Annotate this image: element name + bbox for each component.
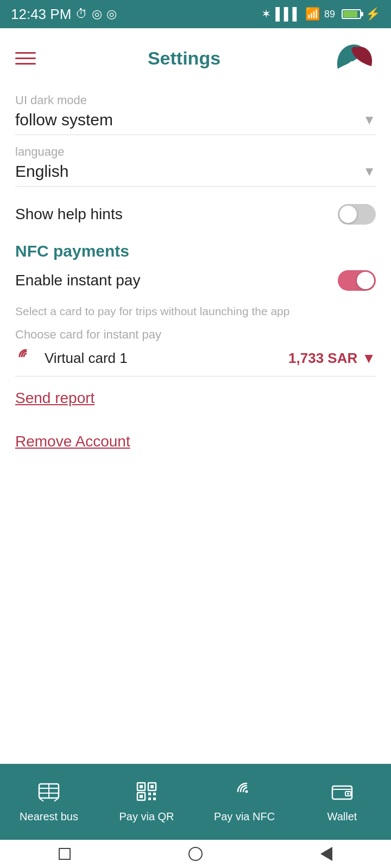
send-report-link[interactable]: Send report xyxy=(15,390,94,406)
language-value: English xyxy=(15,162,68,181)
enable-instant-pay-row: Enable instant pay xyxy=(15,270,376,303)
nav-nearest-bus[interactable]: Nearest bus xyxy=(0,764,98,840)
card-name: Virtual card 1 xyxy=(45,350,128,367)
card-balance: 1,733 SAR ▼ xyxy=(288,350,376,367)
status-bar: 12:43 PM ⏱ ◎ ◎ ✶ ▌▌▌ 📶 89 ⚡ xyxy=(0,0,391,28)
card-balance-chevron: ▼ xyxy=(362,350,376,367)
help-hints-knob xyxy=(339,206,357,223)
dark-mode-value: follow system xyxy=(15,111,113,129)
enable-instant-pay-description: Select a card to pay for trips without l… xyxy=(15,305,376,318)
status-time: 12:43 PM xyxy=(11,6,71,23)
dark-mode-select-row[interactable]: follow system ▼ xyxy=(15,111,376,135)
battery-icon xyxy=(342,9,361,19)
remove-account-link[interactable]: Remove Account xyxy=(15,433,130,450)
app-logo xyxy=(332,39,376,77)
enable-instant-pay-label: Enable instant pay xyxy=(15,272,140,289)
pay-qr-icon xyxy=(135,781,159,806)
svg-rect-18 xyxy=(332,786,352,799)
nfc-card-icon xyxy=(15,347,37,369)
svg-point-17 xyxy=(245,790,248,793)
enable-instant-pay-group: Enable instant pay Select a card to pay … xyxy=(15,270,376,318)
nav-wallet[interactable]: Wallet xyxy=(293,764,391,840)
choose-card-group: Choose card for instant pay Virtual card… xyxy=(15,328,376,376)
enable-instant-pay-knob xyxy=(357,272,374,289)
svg-point-0 xyxy=(349,61,355,67)
svg-point-20 xyxy=(347,793,349,795)
dark-mode-setting: UI dark mode follow system ▼ xyxy=(15,93,376,135)
home-square-button[interactable] xyxy=(59,848,71,860)
back-button[interactable] xyxy=(320,847,332,861)
wallet-icon xyxy=(330,781,354,806)
help-hints-row: Show help hints xyxy=(15,192,376,237)
system-nav xyxy=(0,840,391,868)
dark-mode-label: UI dark mode xyxy=(15,93,376,107)
nfc-payments-heading: NFC payments xyxy=(15,242,376,260)
app-header: Settings xyxy=(0,28,391,88)
nav-pay-nfc[interactable]: Pay via NFC xyxy=(195,764,293,840)
battery-percent: 89 xyxy=(324,9,335,20)
timer-icon: ⏱ xyxy=(75,7,87,21)
radio-icon: ◎ xyxy=(106,7,117,21)
svg-rect-13 xyxy=(148,793,151,795)
svg-rect-8 xyxy=(140,785,143,788)
signal-icon: ▌▌▌ xyxy=(275,7,301,21)
pay-nfc-icon xyxy=(232,781,256,806)
bottom-nav: Nearest bus Pay via QR xyxy=(0,764,391,840)
card-left: Virtual card 1 xyxy=(15,347,128,369)
nav-pay-qr[interactable]: Pay via QR xyxy=(98,764,195,840)
choose-card-label: Choose card for instant pay xyxy=(15,328,376,342)
help-hints-label: Show help hints xyxy=(15,206,123,223)
wallet-label: Wallet xyxy=(327,810,357,823)
pay-qr-label: Pay via QR xyxy=(119,810,174,823)
charging-icon: ⚡ xyxy=(365,7,380,21)
card-selector-row[interactable]: Virtual card 1 1,733 SAR ▼ xyxy=(15,347,376,376)
svg-rect-12 xyxy=(140,795,143,798)
svg-rect-10 xyxy=(150,785,154,788)
nfc-payments-section: NFC payments Enable instant pay Select a… xyxy=(15,242,376,376)
nearest-bus-label: Nearest bus xyxy=(20,810,78,823)
language-label: language xyxy=(15,145,376,159)
enable-instant-pay-toggle[interactable] xyxy=(338,270,376,291)
wifi-icon: 📶 xyxy=(305,7,320,21)
language-setting: language English ▼ xyxy=(15,145,376,187)
home-circle-button[interactable] xyxy=(188,847,203,861)
status-right: ✶ ▌▌▌ 📶 89 ⚡ xyxy=(261,7,380,21)
location-icon: ◎ xyxy=(92,7,102,21)
language-chevron: ▼ xyxy=(363,164,376,179)
status-left: 12:43 PM ⏱ ◎ ◎ xyxy=(11,6,117,23)
page-title: Settings xyxy=(148,48,220,69)
nearest-bus-icon xyxy=(37,781,61,806)
bluetooth-icon: ✶ xyxy=(261,7,271,21)
send-report-row: Send report xyxy=(15,376,376,420)
help-hints-toggle[interactable] xyxy=(338,204,376,225)
svg-rect-14 xyxy=(153,793,156,795)
dark-mode-chevron: ▼ xyxy=(363,112,376,127)
main-content: UI dark mode follow system ▼ language En… xyxy=(0,88,391,463)
language-select-row[interactable]: English ▼ xyxy=(15,162,376,187)
card-balance-value: 1,733 SAR xyxy=(288,350,357,367)
remove-account-row: Remove Account xyxy=(15,420,376,463)
pay-nfc-label: Pay via NFC xyxy=(214,810,275,823)
svg-rect-15 xyxy=(148,797,151,800)
hamburger-menu[interactable] xyxy=(15,52,36,65)
svg-rect-16 xyxy=(153,797,156,800)
